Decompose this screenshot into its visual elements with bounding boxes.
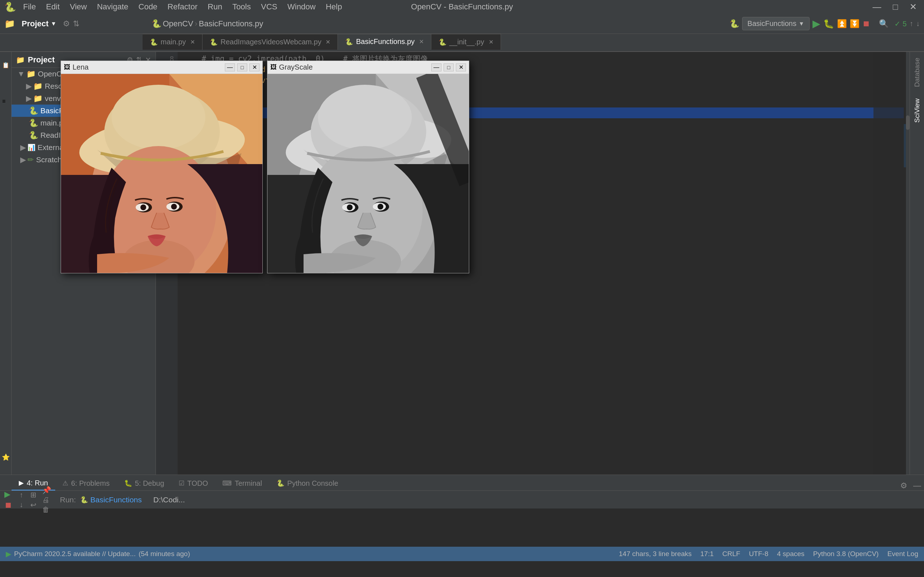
activity-structure[interactable]: ≡	[0, 91, 16, 111]
run-extra-controls: ⊞ ↩	[30, 490, 36, 509]
close-button[interactable]: ✕	[907, 0, 920, 13]
btab-python-console[interactable]: 🐍 Python Console	[269, 476, 346, 490]
search-everywhere-icon[interactable]: 🔍	[879, 19, 888, 29]
tab-main-close[interactable]: ✕	[190, 39, 195, 45]
scrollbar[interactable]	[906, 52, 909, 475]
run-scroll-up-icon[interactable]: ↑	[19, 491, 23, 499]
menu-file[interactable]: File	[19, 1, 40, 13]
activity-project[interactable]: 📋	[0, 55, 16, 75]
menu-window[interactable]: Window	[283, 1, 320, 13]
tab-init-close[interactable]: ✕	[489, 39, 493, 45]
activity-bar: 📋 ≡ ⭐	[0, 52, 11, 475]
status-position[interactable]: 17:1	[700, 550, 714, 558]
run-output-text: D:\Codi...	[153, 495, 185, 504]
lena-maximize-button[interactable]: □	[237, 63, 247, 71]
run-green-button[interactable]: ▶	[813, 18, 821, 29]
run-grid-icon[interactable]: ⊞	[30, 490, 36, 499]
tab-basicfunctions-close[interactable]: ✕	[419, 38, 424, 45]
run-pin-icon[interactable]: 📌	[42, 486, 51, 495]
status-indent[interactable]: 4 spaces	[777, 550, 804, 558]
lena-close-button[interactable]: ✕	[249, 63, 260, 71]
terminal-icon: ⌨	[222, 479, 232, 487]
profile-button[interactable]: ⏬	[850, 19, 859, 29]
tab-main[interactable]: 🐍 main.py ✕	[142, 34, 202, 50]
activity-favorites[interactable]: ⭐	[0, 447, 16, 467]
run-stop-icon[interactable]: ⏹	[4, 501, 12, 510]
run-play-icon[interactable]: ▶	[4, 490, 12, 499]
scratches-icon: ✏	[27, 155, 34, 164]
toolbar-settings-icon[interactable]: ⚙	[63, 19, 70, 29]
breadcrumb-project[interactable]: OpenCV	[163, 19, 193, 29]
run-minimize-icon[interactable]: —	[913, 481, 921, 490]
status-right: 147 chars, 3 line breaks 17:1 CRLF UTF-8…	[619, 550, 918, 558]
status-encoding[interactable]: UTF-8	[749, 550, 769, 558]
todo-icon: ☑	[179, 479, 184, 487]
menu-code[interactable]: Code	[134, 1, 162, 13]
btab-todo[interactable]: ☑ TODO	[171, 476, 215, 490]
grayscale-maximize-button[interactable]: □	[444, 63, 454, 71]
menu-run[interactable]: Run	[203, 1, 226, 13]
svg-point-9	[111, 85, 205, 150]
tab-init[interactable]: 🐍 __init__.py ✕	[431, 34, 501, 50]
minimize-button[interactable]: —	[870, 0, 884, 13]
menu-tools[interactable]: Tools	[228, 1, 255, 13]
sciview-tab[interactable]: SciView	[910, 93, 924, 128]
grayscale-titlebar: 🖼 GrayScale — □ ✕	[267, 61, 469, 74]
menu-help[interactable]: Help	[321, 1, 346, 13]
database-tab[interactable]: Database	[910, 52, 924, 93]
toolbar-expand-icon[interactable]: ⇅	[73, 19, 79, 29]
status-python-version[interactable]: Python 3.8 (OpenCV)	[813, 550, 879, 558]
run-more-controls: 📌 🖨 🗑	[42, 486, 51, 514]
lena-window[interactable]: 🖼 Lena — □ ✕	[61, 61, 263, 273]
breadcrumb: 🐍 OpenCV › BasicFunctions.py	[152, 19, 263, 29]
menu-edit[interactable]: Edit	[42, 1, 64, 13]
menu-navigate[interactable]: Navigate	[93, 1, 133, 13]
menu-refactor[interactable]: Refactor	[163, 1, 202, 13]
lena-window-title: Lena	[73, 63, 223, 71]
project-dropdown[interactable]: Project ▼	[18, 18, 60, 30]
tab-readimages-close[interactable]: ✕	[326, 39, 330, 45]
run-settings-icon[interactable]: ⚙	[900, 481, 908, 490]
grayscale-minimize-button[interactable]: —	[431, 63, 441, 71]
menu-vcs[interactable]: VCS	[257, 1, 281, 13]
problems-icon: ⚠	[63, 479, 68, 487]
grayscale-window[interactable]: 🖼 GrayScale — □ ✕	[267, 61, 469, 273]
svg-point-32	[347, 205, 353, 210]
debug-button[interactable]: 🐛	[823, 19, 834, 29]
status-bar: ▶ PyCharm 2020.2.5 available // Update..…	[0, 547, 924, 561]
run-label: Run:	[60, 495, 76, 504]
lena-minimize-button[interactable]: —	[225, 63, 235, 71]
coverage-button[interactable]: ⏫	[837, 19, 847, 29]
run-config-icon: 🐍	[729, 19, 739, 29]
tab-readimages[interactable]: 🐍 ReadImagesVideosWebcam.py ✕	[202, 34, 338, 50]
titlebar: 🐍 File Edit View Navigate Code Refactor …	[0, 0, 924, 14]
menu-view[interactable]: View	[65, 1, 91, 13]
svg-point-17	[171, 204, 177, 210]
run-print-icon[interactable]: 🖨	[42, 496, 51, 504]
maximize-button[interactable]: □	[890, 0, 901, 13]
breadcrumb-file[interactable]: BasicFunctions.py	[199, 19, 263, 29]
run-scroll-controls: ↑ ↓	[19, 491, 23, 509]
tree-scratches-expand-icon: ▶	[20, 155, 26, 164]
git-check: ✓ 5	[894, 19, 907, 28]
btab-problems[interactable]: ⚠ 6: Problems	[55, 476, 117, 490]
btab-debug[interactable]: 🐛 5: Debug	[117, 476, 171, 490]
btab-terminal[interactable]: ⌨ Terminal	[215, 476, 269, 490]
resources-folder-icon: 📁	[33, 82, 43, 90]
tab-basicfunctions[interactable]: 🐍 BasicFunctions.py ✕	[338, 34, 431, 50]
grayscale-close-button[interactable]: ✕	[456, 63, 466, 71]
stop-button[interactable]: ⏹	[862, 19, 870, 29]
grayscale-image	[267, 74, 469, 273]
run-wrap-icon[interactable]: ↩	[30, 501, 36, 509]
run-config-selector[interactable]: BasicFunctions ▼	[742, 17, 809, 30]
event-log-button[interactable]: Event Log	[887, 550, 918, 558]
run-scroll-down-icon[interactable]: ↓	[19, 501, 23, 509]
grayscale-portrait-svg	[267, 74, 469, 273]
git-down-arrow: ↓	[916, 19, 920, 28]
svg-text:≡: ≡	[2, 98, 5, 104]
scrollbar-thumb[interactable]	[906, 115, 909, 130]
status-line-sep[interactable]: CRLF	[722, 550, 740, 558]
run-status-icon[interactable]: ▶	[6, 550, 11, 558]
status-left: ▶ PyCharm 2020.2.5 available // Update..…	[6, 550, 190, 558]
run-trash-icon[interactable]: 🗑	[42, 506, 51, 514]
